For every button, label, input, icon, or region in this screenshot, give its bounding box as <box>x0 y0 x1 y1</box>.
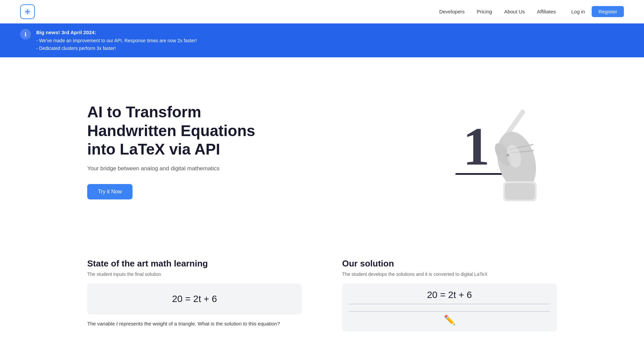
hero-section: AI to Transform Handwritten Equations in… <box>0 57 644 245</box>
nav-affiliates[interactable]: Affiliates <box>537 9 556 14</box>
banner-line1: - We've made an improvement to our API. … <box>36 37 197 45</box>
left-section-desc: The student inputs the final solution <box>87 272 302 277</box>
left-equation-box: 20 = 2t + 6 <box>87 284 302 314</box>
hero-illustration: 1 <box>429 87 557 215</box>
banner-line2: - Dedicated clusters perform 3x faster! <box>36 45 197 53</box>
right-section-title: Our solution <box>342 258 557 269</box>
right-equation: 20 = 2t + 6 <box>349 290 550 300</box>
logo-icon <box>20 4 35 19</box>
left-body-text: The variable t represents the weight of … <box>87 320 302 328</box>
nav-developers[interactable]: Developers <box>439 9 465 14</box>
comparison-sections: State of the art math learning The stude… <box>0 245 644 362</box>
svg-rect-12 <box>505 183 535 200</box>
announcement-banner: ℹ Big news! 3rd April 2024: - We've made… <box>0 23 644 57</box>
left-section-title: State of the art math learning <box>87 258 302 269</box>
info-icon: ℹ <box>20 29 31 40</box>
logo[interactable] <box>20 4 35 19</box>
banner-content: Big news! 3rd April 2024: - We've made a… <box>36 28 197 53</box>
nav-register[interactable]: Register <box>592 6 624 17</box>
divider-line <box>349 304 550 304</box>
right-solution-box: 20 = 2t + 6 ✏️ <box>342 284 557 331</box>
nav-about-us[interactable]: About Us <box>504 9 525 14</box>
main-nav: Developers Pricing About Us Affiliates L… <box>439 6 624 17</box>
nav-login[interactable]: Log in <box>571 9 585 14</box>
nav-auth: Log in Register <box>571 6 624 17</box>
hero-subtitle: Your bridge between analog and digital m… <box>87 165 262 172</box>
divider-line-2 <box>349 311 550 312</box>
header: Developers Pricing About Us Affiliates L… <box>0 0 644 23</box>
try-it-now-button[interactable]: Try it Now <box>87 184 132 199</box>
hero-text: AI to Transform Handwritten Equations in… <box>87 103 262 199</box>
banner-title: Big news! 3rd April 2024: <box>36 28 197 37</box>
svg-text:1: 1 <box>463 117 490 176</box>
hand-writing-illustration: 1 <box>436 91 550 212</box>
hero-title: AI to Transform Handwritten Equations in… <box>87 103 262 159</box>
nav-pricing[interactable]: Pricing <box>477 9 492 14</box>
pencil-icon: ✏️ <box>349 314 550 325</box>
right-section-desc: The student develops the solutions and i… <box>342 272 557 277</box>
left-section: State of the art math learning The stude… <box>0 245 322 348</box>
left-equation: 20 = 2t + 6 <box>172 294 217 304</box>
right-section: Our solution The student develops the so… <box>322 245 644 348</box>
